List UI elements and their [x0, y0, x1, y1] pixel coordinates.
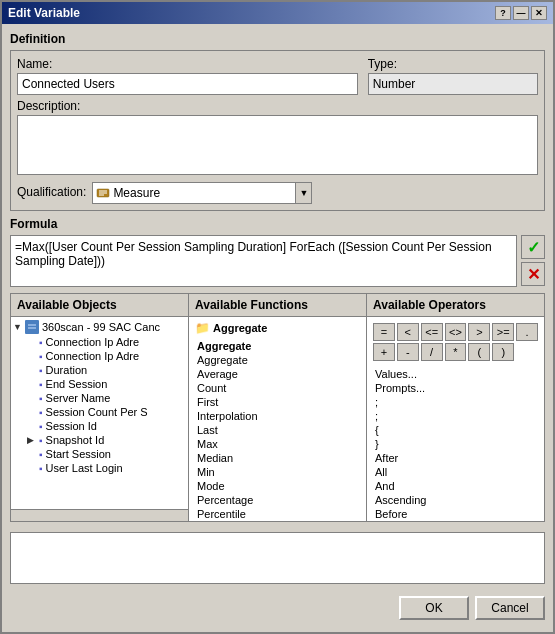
tree-item[interactable]: ▪Start Session [13, 447, 186, 461]
field-icon: ▪ [39, 393, 43, 404]
operator-button[interactable]: ( [468, 343, 490, 361]
function-item[interactable]: Percentage [191, 493, 364, 507]
help-button[interactable]: ? [495, 6, 511, 20]
description-textarea[interactable] [17, 115, 538, 175]
tree-item-label: Session Id [46, 420, 97, 432]
qualification-row: Qualification: Measure ▼ [17, 182, 538, 204]
operator-button[interactable]: - [397, 343, 419, 361]
field-icon: ▪ [39, 449, 43, 460]
operator-item[interactable]: Before [373, 507, 538, 521]
available-functions-content[interactable]: 📁 Aggregate AggregateAggregateAverageCou… [189, 317, 366, 521]
type-field-group: Type: [368, 57, 538, 95]
ok-button[interactable]: OK [399, 596, 469, 620]
tree-item[interactable]: ▪Connection Ip Adre [13, 349, 186, 363]
operator-item[interactable]: Prompts... [373, 381, 538, 395]
field-icon: ▪ [39, 379, 43, 390]
function-item[interactable]: Interpolation [191, 409, 364, 423]
field-icon: ▪ [39, 435, 43, 446]
function-item[interactable]: Median [191, 451, 364, 465]
operator-item[interactable]: Ascending [373, 493, 538, 507]
tree-item-label: User Last Login [46, 462, 123, 474]
function-item[interactable]: First [191, 395, 364, 409]
operator-button[interactable]: <= [421, 323, 443, 341]
button-row: OK Cancel [10, 596, 545, 624]
operator-button[interactable]: * [445, 343, 467, 361]
available-operators-content: =<<=<>>>=.+-/*() Values...Prompts...;;{}… [367, 317, 544, 521]
definition-box: Name: Type: Description: Qualification: [10, 50, 545, 211]
tree-item[interactable]: ▪Connection Ip Adre [13, 335, 186, 349]
function-item[interactable]: Max [191, 437, 364, 451]
crossmark-icon: ✕ [527, 265, 540, 284]
cancel-button[interactable]: Cancel [475, 596, 545, 620]
dialog-title: Edit Variable [8, 6, 80, 20]
function-item[interactable]: Mode [191, 479, 364, 493]
name-input[interactable] [17, 73, 358, 95]
tree-item[interactable]: ▪Session Id [13, 419, 186, 433]
operator-button[interactable]: / [421, 343, 443, 361]
operator-item[interactable]: After [373, 451, 538, 465]
tree-item[interactable]: ▪Duration [13, 363, 186, 377]
field-icon: ▪ [39, 463, 43, 474]
operator-item[interactable]: ; [373, 409, 538, 423]
bottom-input-area[interactable] [10, 532, 545, 584]
bottom-panels: Available Objects ▼ 360scan - 99 SAC Can… [10, 293, 545, 522]
operator-button[interactable]: >= [492, 323, 514, 341]
tree-item[interactable]: ▪Server Name [13, 391, 186, 405]
tree-item-label: Connection Ip Adre [46, 350, 140, 362]
field-icon: ▪ [39, 407, 43, 418]
qualification-dropdown-arrow[interactable]: ▼ [295, 183, 311, 203]
function-item[interactable]: Aggregate [191, 353, 364, 367]
tree-item-label: Connection Ip Adre [46, 336, 140, 348]
operator-button[interactable]: . [516, 323, 538, 341]
tree-item[interactable]: ▪User Last Login [13, 461, 186, 475]
tree-item[interactable]: ▶▪Snapshot Id [13, 433, 186, 447]
field-icon: ▪ [39, 351, 43, 362]
qualification-select-container[interactable]: Measure ▼ [92, 182, 312, 204]
operator-button[interactable]: > [468, 323, 490, 341]
tree-toggle: ▶ [27, 435, 39, 445]
close-button[interactable]: ✕ [531, 6, 547, 20]
function-item[interactable]: Average [191, 367, 364, 381]
checkmark-icon: ✓ [527, 238, 540, 257]
server-icon [25, 320, 39, 334]
available-objects-content[interactable]: ▼ 360scan - 99 SAC Canc▪Connection Ip Ad… [11, 317, 188, 509]
function-item[interactable]: Min [191, 465, 364, 479]
tree-item[interactable]: ▪Session Count Per S [13, 405, 186, 419]
operator-button[interactable]: = [373, 323, 395, 341]
name-field-group: Name: [17, 57, 358, 95]
function-item[interactable]: Aggregate [191, 339, 364, 353]
minimize-button[interactable]: — [513, 6, 529, 20]
operator-button[interactable]: + [373, 343, 395, 361]
objects-horizontal-scroll[interactable] [11, 509, 188, 521]
operator-button[interactable]: <> [445, 323, 467, 341]
operators-list: Values...Prompts...;;{}AfterAllAndAscend… [369, 365, 542, 521]
available-objects-panel: Available Objects ▼ 360scan - 99 SAC Can… [11, 294, 189, 521]
field-icon: ▪ [39, 365, 43, 376]
available-functions-header: Available Functions [189, 294, 366, 317]
operator-button[interactable]: < [397, 323, 419, 341]
formula-input-row: =Max([User Count Per Session Sampling Du… [10, 235, 545, 287]
operator-button[interactable]: ) [492, 343, 514, 361]
formula-textarea[interactable]: =Max([User Count Per Session Sampling Du… [10, 235, 517, 287]
svg-rect-5 [28, 324, 36, 326]
operator-item[interactable]: Values... [373, 367, 538, 381]
operator-item[interactable]: All [373, 465, 538, 479]
operator-item[interactable]: And [373, 479, 538, 493]
operator-item[interactable]: ; [373, 395, 538, 409]
aggregate-folder-label: Aggregate [213, 322, 267, 334]
svg-rect-6 [28, 327, 36, 329]
formula-ok-button[interactable]: ✓ [521, 235, 545, 259]
type-input[interactable] [368, 73, 538, 95]
name-type-row: Name: Type: [17, 57, 538, 95]
operator-item[interactable]: { [373, 423, 538, 437]
function-item[interactable]: Count [191, 381, 364, 395]
tree-item[interactable]: ▪End Session [13, 377, 186, 391]
function-item[interactable]: Percentile [191, 507, 364, 521]
tree-item[interactable]: ▼ 360scan - 99 SAC Canc [13, 319, 186, 335]
tree-item-label: Snapshot Id [46, 434, 105, 446]
operator-item[interactable]: } [373, 437, 538, 451]
formula-cancel-button[interactable]: ✕ [521, 262, 545, 286]
definition-label: Definition [10, 32, 545, 46]
edit-variable-dialog: Edit Variable ? — ✕ Definition Name: Typ… [0, 0, 555, 634]
function-item[interactable]: Last [191, 423, 364, 437]
